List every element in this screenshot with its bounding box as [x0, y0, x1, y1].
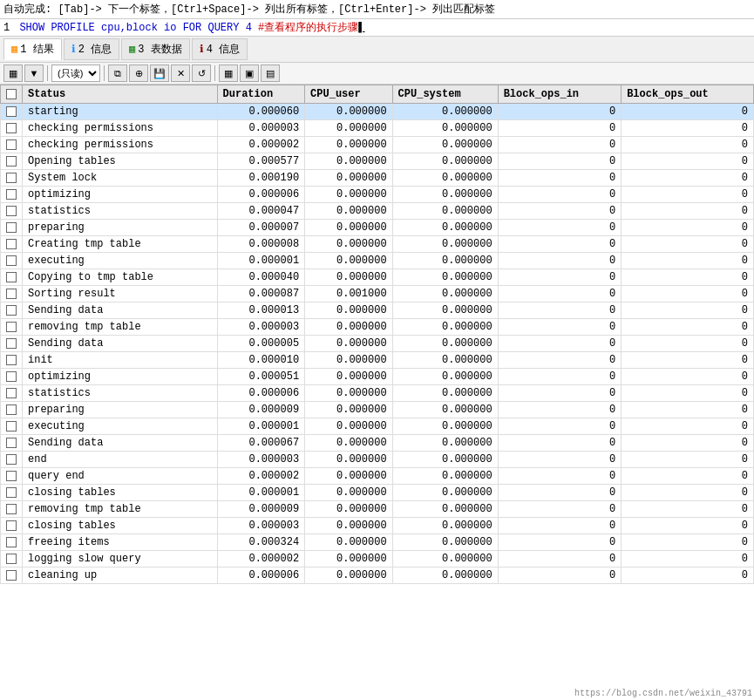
- col-cpu-user[interactable]: CPU_user: [305, 85, 393, 104]
- toolbar-btn-refresh[interactable]: ↺: [192, 65, 211, 82]
- row-checkbox-cell[interactable]: [1, 137, 23, 153]
- row-checkbox[interactable]: [6, 222, 17, 233]
- row-checkbox-cell[interactable]: [1, 220, 23, 236]
- row-checkbox[interactable]: [6, 123, 17, 133]
- row-checkbox-cell[interactable]: [1, 369, 23, 385]
- readonly-select[interactable]: (只读): [51, 65, 100, 82]
- table-container: Status Duration CPU_user CPU_system Bloc…: [0, 85, 754, 584]
- cell-block-in: 0: [498, 501, 622, 518]
- tab-result[interactable]: ▦ 1 结果: [3, 38, 62, 60]
- row-checkbox-cell[interactable]: [1, 468, 23, 485]
- row-checkbox-cell[interactable]: [1, 485, 23, 501]
- row-checkbox-cell[interactable]: [1, 187, 23, 203]
- toolbar-btn-copy[interactable]: ⧉: [108, 65, 127, 82]
- table-row: starting0.0000600.0000000.00000000: [1, 104, 754, 120]
- row-checkbox[interactable]: [6, 520, 17, 531]
- row-checkbox-cell[interactable]: [1, 352, 23, 369]
- toolbar-grid-btn[interactable]: ▦: [3, 65, 23, 82]
- col-checkbox[interactable]: [1, 85, 23, 104]
- row-checkbox[interactable]: [6, 471, 17, 481]
- row-checkbox-cell[interactable]: [1, 302, 23, 319]
- row-checkbox[interactable]: [6, 239, 17, 249]
- row-checkbox-cell[interactable]: [1, 319, 23, 336]
- row-checkbox[interactable]: [6, 487, 17, 498]
- row-checkbox[interactable]: [6, 355, 17, 365]
- table-row: checking permissions0.0000020.0000000.00…: [1, 137, 754, 153]
- row-checkbox-cell[interactable]: [1, 236, 23, 253]
- row-checkbox[interactable]: [6, 554, 17, 564]
- row-checkbox-cell[interactable]: [1, 336, 23, 352]
- row-checkbox[interactable]: [6, 322, 17, 332]
- row-checkbox-cell[interactable]: [1, 385, 23, 402]
- cell-block-in: 0: [498, 567, 622, 584]
- row-checkbox-cell[interactable]: [1, 418, 23, 435]
- col-cpu-system[interactable]: CPU_system: [392, 85, 498, 104]
- row-checkbox[interactable]: [6, 404, 17, 415]
- toolbar-btn-view1[interactable]: ▦: [219, 65, 238, 82]
- col-duration[interactable]: Duration: [217, 85, 305, 104]
- row-checkbox[interactable]: [6, 139, 17, 150]
- row-checkbox[interactable]: [6, 206, 17, 216]
- cell-status: end: [23, 452, 218, 468]
- row-checkbox[interactable]: [6, 255, 17, 266]
- row-checkbox-cell[interactable]: [1, 153, 23, 170]
- toolbar-btn-paste[interactable]: ⊕: [129, 65, 148, 82]
- row-checkbox-cell[interactable]: [1, 501, 23, 518]
- row-checkbox-cell[interactable]: [1, 286, 23, 302]
- toolbar-dropdown-btn[interactable]: ▼: [24, 65, 44, 82]
- row-checkbox[interactable]: [6, 438, 17, 448]
- cell-status: closing tables: [23, 518, 218, 534]
- cell-block-out: 0: [622, 253, 754, 269]
- col-block-out[interactable]: Block_ops_out: [622, 85, 754, 104]
- toolbar-btn-view2[interactable]: ▣: [240, 65, 259, 82]
- row-checkbox[interactable]: [6, 570, 17, 581]
- tab-tabledata[interactable]: ▦ 3 表数据: [121, 38, 190, 60]
- row-checkbox-cell[interactable]: [1, 170, 23, 187]
- row-checkbox[interactable]: [6, 537, 17, 547]
- tab-info1-icon: ℹ: [71, 43, 76, 56]
- cell-cpu-user: 0.000000: [305, 518, 393, 534]
- row-checkbox[interactable]: [6, 305, 17, 316]
- toolbar-btn-save[interactable]: 💾: [150, 65, 169, 82]
- row-checkbox-cell[interactable]: [1, 551, 23, 567]
- cell-block-out: 0: [622, 170, 754, 187]
- toolbar-btn-delete[interactable]: ✕: [171, 65, 190, 82]
- row-checkbox[interactable]: [6, 106, 17, 117]
- row-checkbox-cell[interactable]: [1, 203, 23, 220]
- cell-status: statistics: [23, 385, 218, 402]
- cell-status: removing tmp table: [23, 501, 218, 518]
- row-checkbox[interactable]: [6, 388, 17, 398]
- tab-info2[interactable]: ℹ 4 信息: [192, 38, 248, 60]
- row-checkbox[interactable]: [6, 454, 17, 465]
- row-checkbox[interactable]: [6, 504, 17, 514]
- row-checkbox-cell[interactable]: [1, 402, 23, 418]
- row-checkbox-cell[interactable]: [1, 518, 23, 534]
- row-checkbox-cell[interactable]: [1, 452, 23, 468]
- row-checkbox-cell[interactable]: [1, 435, 23, 452]
- col-status[interactable]: Status: [23, 85, 218, 104]
- row-checkbox[interactable]: [6, 156, 17, 167]
- cell-block-out: 0: [622, 418, 754, 435]
- row-checkbox[interactable]: [6, 289, 17, 299]
- table-row: Sending data0.0000050.0000000.00000000: [1, 336, 754, 352]
- row-checkbox[interactable]: [6, 421, 17, 432]
- toolbar-btn-view3[interactable]: ▤: [261, 65, 280, 82]
- row-checkbox[interactable]: [6, 272, 17, 282]
- tab-info1[interactable]: ℹ 2 信息: [64, 38, 119, 60]
- header-checkbox[interactable]: [6, 89, 17, 99]
- row-checkbox-cell[interactable]: [1, 269, 23, 286]
- row-checkbox-cell[interactable]: [1, 120, 23, 137]
- col-block-in[interactable]: Block_ops_in: [498, 85, 622, 104]
- row-checkbox[interactable]: [6, 189, 17, 200]
- row-checkbox[interactable]: [6, 338, 17, 349]
- cell-block-in: 0: [498, 336, 622, 352]
- cell-cpu-user: 0.000000: [305, 369, 393, 385]
- row-checkbox-cell[interactable]: [1, 534, 23, 551]
- row-checkbox[interactable]: [6, 173, 17, 183]
- row-checkbox[interactable]: [6, 371, 17, 382]
- row-checkbox-cell[interactable]: [1, 567, 23, 584]
- table-row: executing0.0000010.0000000.00000000: [1, 418, 754, 435]
- table-row: closing tables0.0000030.0000000.00000000: [1, 518, 754, 534]
- row-checkbox-cell[interactable]: [1, 253, 23, 269]
- row-checkbox-cell[interactable]: [1, 104, 23, 120]
